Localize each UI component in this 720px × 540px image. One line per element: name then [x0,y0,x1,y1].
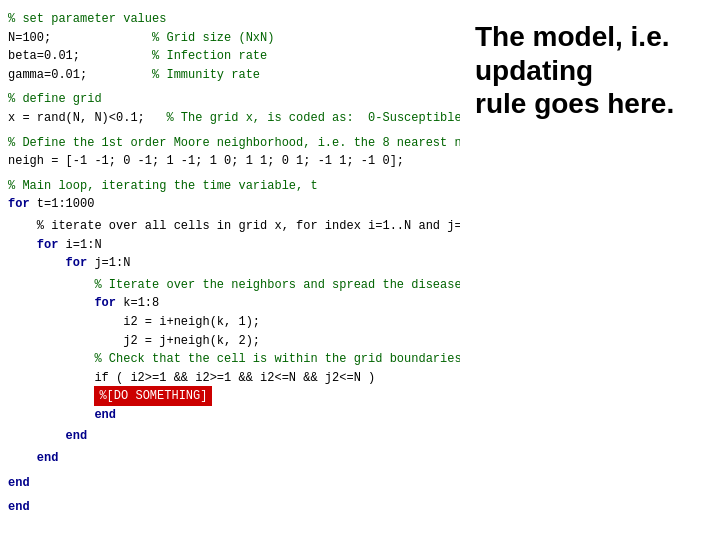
code-line-n: N=100; % Grid size (NxN) [8,29,450,48]
code-comment-main-loop: % Main loop, iterating the time variable… [8,177,450,196]
info-line1: The model, i.e. updating [475,21,669,86]
code-line-i2: i2 = i+neigh(k, 1); [8,313,450,332]
code-line-do-something: %[DO SOMETHING] [8,387,450,406]
code-comment-iterate-cells: % iterate over all cells in grid x, for … [8,217,450,236]
code-line-if-boundaries: if ( i2>=1 && i2>=1 && i2<=N && j2<=N ) [8,369,450,388]
code-line-for-k: for k=1:8 [8,294,450,313]
info-box: The model, i.e. updating rule goes here. [475,20,705,121]
code-line-neigh: neigh = [-1 -1; 0 -1; 1 -1; 1 0; 1 1; 0 … [8,152,450,171]
code-panel: % set parameter values N=100; % Grid siz… [0,0,460,540]
code-line-end-final: end [8,498,450,517]
code-line-gamma: gamma=0.01; % Immunity rate [8,66,450,85]
main-container: % set parameter values N=100; % Grid siz… [0,0,720,540]
info-text: The model, i.e. updating rule goes here. [475,20,705,121]
code-line-end-for-k: end [8,427,450,446]
highlight-do-something: %[DO SOMETHING] [94,386,212,406]
code-line-end-for-t: end [8,474,450,493]
code-line-j2: j2 = j+neigh(k, 2); [8,332,450,351]
code-line-for-i: for i=1:N [8,236,450,255]
code-line-for-t: for t=1:1000 [8,195,450,214]
code-line-end-if: end [8,406,450,425]
info-line2: rule goes here. [475,88,674,119]
code-comment-set-params: % set parameter values [8,10,450,29]
code-line-end-for-i: end [8,449,450,468]
code-line-beta: beta=0.01; % Infection rate [8,47,450,66]
code-line-for-j: for j=1:N [8,254,450,273]
info-panel: The model, i.e. updating rule goes here. [460,0,720,540]
code-comment-check-boundaries: % Check that the cell is within the grid… [8,350,450,369]
code-comment-iterate-neighbors: % Iterate over the neighbors and spread … [8,276,450,295]
code-line-grid: x = rand(N, N)<0.1; % The grid x, is cod… [8,109,450,128]
code-comment-neighborhood: % Define the 1st order Moore neighborhoo… [8,134,450,153]
code-comment-define-grid: % define grid [8,90,450,109]
